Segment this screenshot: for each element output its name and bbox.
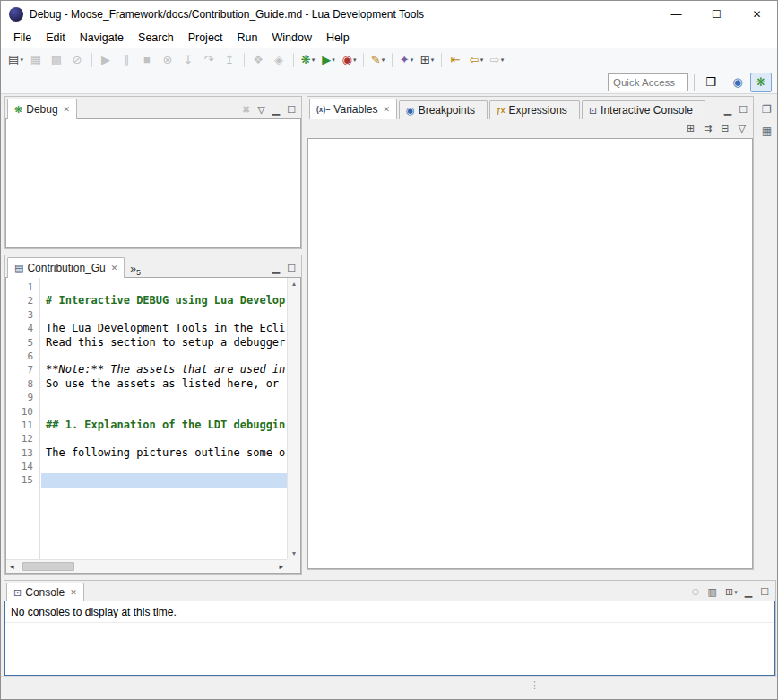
- mark-occurrences-button[interactable]: ✎▾: [367, 50, 388, 70]
- tab-breakpoints[interactable]: ◉ Breakpoints: [399, 100, 488, 119]
- line-number: 8: [6, 377, 33, 391]
- new-wizard-button[interactable]: ✦▾: [396, 50, 417, 70]
- code-area[interactable]: # Interactive DEBUG using Lua Develop Th…: [41, 278, 287, 559]
- scroll-right-icon[interactable]: ▸: [279, 560, 283, 573]
- maximize-icon[interactable]: ☐: [287, 263, 296, 274]
- scrollbar-thumb[interactable]: [22, 562, 74, 571]
- show-logical-structures-icon[interactable]: ⊞: [687, 123, 695, 134]
- minimize-button[interactable]: —: [656, 1, 696, 28]
- maximize-icon[interactable]: ☐: [739, 104, 748, 116]
- toolbar-icon-glyph: ⊗: [163, 53, 173, 66]
- debug-button[interactable]: ❋▾: [298, 50, 318, 70]
- menu-item-file[interactable]: File: [6, 30, 39, 46]
- palette-view-icon[interactable]: ▦: [762, 125, 772, 137]
- terminate-button[interactable]: ■: [137, 50, 158, 70]
- resume-button[interactable]: ▶: [96, 50, 117, 70]
- restore-minimized-view-icon[interactable]: ❐: [762, 103, 772, 116]
- debug-tree-area[interactable]: [5, 118, 301, 248]
- tab-variables[interactable]: (x)= Variables ✕: [309, 99, 397, 119]
- quick-access-input[interactable]: [608, 73, 688, 91]
- line-number: 10: [6, 405, 33, 419]
- maximize-icon[interactable]: ☐: [287, 104, 296, 116]
- code-line[interactable]: The Lua Development Tools in the Ecli: [46, 322, 287, 335]
- perspective-debug-button[interactable]: ❋: [750, 73, 772, 92]
- minimize-icon[interactable]: ▁: [272, 263, 280, 274]
- vertical-scrollbar[interactable]: ▴ ▾: [287, 278, 300, 559]
- forward-button[interactable]: ⇨▾: [487, 50, 507, 70]
- save-button[interactable]: ▦: [26, 50, 47, 70]
- view-menu-icon[interactable]: ▽: [739, 123, 746, 134]
- suspend-button[interactable]: ∥: [117, 50, 137, 70]
- menu-item-navigate[interactable]: Navigate: [73, 30, 131, 46]
- tab-close-icon[interactable]: ✕: [384, 105, 391, 114]
- step-return-button[interactable]: ↥: [220, 50, 240, 70]
- view-menu-icon[interactable]: ▽: [257, 104, 264, 116]
- menu-item-search[interactable]: Search: [131, 30, 181, 46]
- minimize-icon[interactable]: ▁: [272, 104, 280, 116]
- scroll-left-icon[interactable]: ◂: [10, 560, 14, 573]
- console-content-area[interactable]: No consoles to display at this time.: [4, 601, 775, 676]
- tab-expressions[interactable]: ƒx Expressions: [489, 100, 580, 119]
- pin-editor-button[interactable]: ⊞▾: [417, 50, 437, 70]
- menu-item-window[interactable]: Window: [265, 30, 319, 46]
- horizontal-scrollbar[interactable]: ◂ ▸: [6, 559, 287, 573]
- perspective-ldt-button[interactable]: ◉: [727, 73, 748, 92]
- tab-close-icon[interactable]: ✕: [111, 264, 118, 272]
- maximize-button[interactable]: ☐: [696, 1, 737, 28]
- new-button[interactable]: ▤▾: [5, 50, 26, 70]
- tab-label: Interactive Console: [601, 104, 693, 117]
- sash-drag-handle[interactable]: ⋮: [530, 679, 540, 691]
- step-into-button[interactable]: ↧: [178, 50, 199, 70]
- code-line[interactable]: [46, 391, 287, 404]
- code-line[interactable]: [46, 308, 287, 322]
- step-over-button[interactable]: ↷: [199, 50, 220, 70]
- code-line[interactable]: [46, 281, 287, 294]
- tab-console[interactable]: ⊡ Console ✕: [6, 583, 84, 601]
- open-console-icon[interactable]: ⊞▾: [725, 586, 738, 598]
- disconnect-button[interactable]: ⊗: [158, 50, 178, 70]
- remove-all-terminated-icon[interactable]: ✖: [242, 104, 250, 116]
- code-line[interactable]: [46, 432, 287, 445]
- tab-close-icon[interactable]: ✕: [70, 588, 77, 597]
- scroll-up-icon[interactable]: ▴: [292, 280, 296, 288]
- tab-contribution-guide[interactable]: ▤ Contribution_Gu ✕: [7, 257, 125, 278]
- display-selected-console-icon[interactable]: ▥: [708, 586, 718, 598]
- tab-close-icon[interactable]: ✕: [64, 105, 71, 114]
- editor-tab-overflow[interactable]: » 5: [126, 263, 144, 277]
- code-line[interactable]: # Interactive DEBUG using Lua Develop: [46, 294, 287, 307]
- menu-item-edit[interactable]: Edit: [39, 30, 73, 46]
- pin-console-icon[interactable]: ⊙: [691, 586, 700, 598]
- code-line[interactable]: [41, 473, 287, 487]
- code-line[interactable]: **Note:** The assets that are used in: [46, 363, 287, 376]
- line-number-ruler[interactable]: 1 2 3 4 5 6 7 8 9 10: [6, 278, 40, 559]
- collapse-all-icon[interactable]: ⊟: [721, 123, 729, 134]
- link-with-debug-icon[interactable]: ⇉: [704, 123, 712, 134]
- back-button[interactable]: ⇦▾: [466, 50, 487, 70]
- save-all-button[interactable]: ▩: [47, 50, 67, 70]
- tab-debug[interactable]: ❋ Debug ✕: [7, 99, 77, 119]
- close-button[interactable]: ✕: [737, 1, 777, 28]
- external-tools-button[interactable]: ◉▾: [339, 50, 359, 70]
- use-step-filters-button[interactable]: ❖: [248, 50, 269, 70]
- file-icon: ▤: [14, 263, 23, 274]
- last-edit-location-button[interactable]: ⇤: [445, 50, 466, 70]
- code-line[interactable]: ## 1. Explanation of the LDT debuggin: [46, 419, 287, 432]
- menu-item-help[interactable]: Help: [319, 30, 357, 46]
- code-line[interactable]: Read this section to setup a debugger: [46, 336, 287, 350]
- menu-item-project[interactable]: Project: [181, 30, 230, 46]
- open-perspective-button[interactable]: ❒: [700, 73, 722, 92]
- menu-item-run[interactable]: Run: [230, 30, 265, 46]
- drop-to-frame-button[interactable]: ◈: [269, 50, 290, 70]
- run-button[interactable]: ▶▾: [318, 50, 339, 70]
- code-line[interactable]: [46, 350, 287, 363]
- minimize-icon[interactable]: ▁: [745, 586, 753, 598]
- code-line[interactable]: The following pictures outline some o: [46, 446, 287, 460]
- minimize-icon[interactable]: ▁: [724, 104, 731, 116]
- scroll-down-icon[interactable]: ▾: [292, 549, 296, 557]
- variables-content-area[interactable]: [307, 138, 753, 569]
- code-line[interactable]: So use the assets as listed here, or: [46, 377, 287, 391]
- skip-all-breakpoints-button[interactable]: ⊘: [67, 50, 88, 70]
- code-line[interactable]: [46, 460, 287, 473]
- code-line[interactable]: [46, 405, 287, 419]
- tab-interactive-console[interactable]: ⊡ Interactive Console: [582, 100, 705, 119]
